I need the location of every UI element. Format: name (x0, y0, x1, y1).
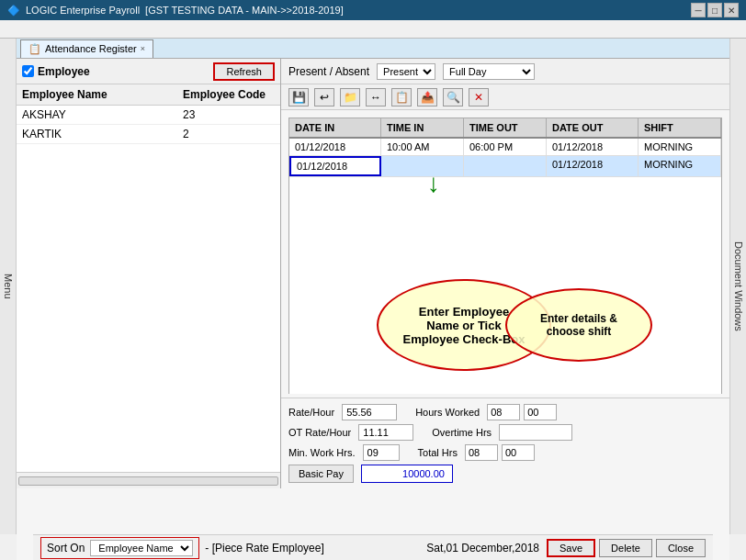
date-label: Sat,01 December,2018 (426, 542, 539, 554)
tab-close-icon[interactable]: × (141, 44, 145, 53)
copy-tool-button[interactable]: 📋 (391, 88, 412, 106)
menu-bar (0, 20, 746, 39)
date-in-1: 01/12/2018 (289, 139, 381, 155)
close-button[interactable]: ✕ (724, 3, 739, 17)
shift-2: MORNING (639, 156, 721, 176)
employee-row-kartik[interactable]: KARTIK 2 (17, 125, 280, 144)
bottom-data-section: Rate/Hour Hours Worked OT Rate/Hour (281, 398, 729, 488)
employee-checkbox-label[interactable]: Employee (22, 65, 90, 78)
present-absent-select[interactable]: Present Absent (377, 63, 435, 80)
time-out-header: TIME OUT (464, 118, 547, 137)
sort-on-label: Sort On (47, 542, 85, 554)
ot-rate-group: OT Rate/Hour (288, 424, 413, 441)
right-menu: Document Windows (729, 39, 746, 534)
basic-pay-label: Basic Pay (288, 465, 354, 483)
attendance-register-tab[interactable]: 📋 Attendance Register × (20, 39, 153, 58)
time-in-header: TIME IN (381, 118, 464, 137)
attendance-grid-container: DATE IN TIME IN TIME OUT DATE OUT SHIFT … (285, 114, 726, 394)
delete-tool-button[interactable]: ✕ (469, 88, 489, 106)
left-menu: Menu (0, 39, 17, 534)
piece-rate-label: - [Piece Rate Employee] (205, 542, 323, 554)
status-right: Sat,01 December,2018 Save Delete Close (426, 539, 706, 557)
overtime-hrs-input[interactable] (499, 424, 572, 441)
save-button[interactable]: Save (547, 539, 595, 557)
shift-1: MORNING (639, 139, 721, 155)
sort-dropdown[interactable]: Employee Name Employee Code (90, 540, 193, 556)
employee-table: Employee Name Employee Code AKSHAY 23 KA… (17, 84, 280, 472)
refresh-button[interactable]: Refresh (213, 62, 275, 81)
time-out-2[interactable] (464, 156, 547, 176)
date-in-2[interactable] (289, 156, 381, 176)
total-hrs-input1[interactable] (465, 444, 498, 461)
attendance-row-1[interactable]: 01/12/2018 10:00 AM 06:00 PM 01/12/2018 … (289, 139, 721, 156)
export-tool-button[interactable]: 📤 (417, 88, 437, 106)
date-out-2: 01/12/2018 (547, 156, 639, 176)
right-top-bar: Present / Absent Present Absent Full Day… (281, 59, 729, 84)
full-day-select[interactable]: Full Day Half Day (443, 63, 535, 80)
restore-button[interactable]: □ (707, 3, 722, 17)
save-tool-button[interactable]: 💾 (288, 88, 309, 106)
close-button[interactable]: Close (656, 539, 706, 557)
time-in-2[interactable] (381, 156, 464, 176)
min-work-hrs-label: Min. Work Hrs. (288, 447, 359, 458)
attendance-table-header: DATE IN TIME IN TIME OUT DATE OUT SHIFT (289, 118, 721, 139)
employee-checkbox[interactable] (22, 65, 34, 77)
toolbar: 💾 ↩ 📁 ↔ 📋 📤 🔍 ✕ (281, 84, 729, 110)
emp-name-kartik: KARTIK (22, 128, 183, 140)
total-hrs-group: Total Hrs (418, 444, 535, 461)
delete-button[interactable]: Delete (599, 539, 652, 557)
min-work-hrs-input[interactable] (363, 444, 400, 461)
basic-pay-section: Basic Pay (288, 465, 722, 483)
emp-code-kartik: 2 (183, 128, 275, 140)
rate-per-hour-label: Rate/Hour (288, 407, 338, 418)
data-row-1: Rate/Hour Hours Worked (288, 404, 722, 420)
hours-worked-group: Hours Worked (415, 404, 557, 420)
time-out-1: 06:00 PM (464, 139, 547, 155)
browse-tool-button[interactable]: 📁 (340, 88, 360, 106)
main-container: 📋 Attendance Register × Employee Refresh (17, 39, 729, 560)
date-out-1: 01/12/2018 (547, 139, 639, 155)
left-panel-header: Employee Refresh (17, 59, 280, 84)
undo-tool-button[interactable]: ↩ (314, 88, 334, 106)
tab-area: 📋 Attendance Register × (17, 39, 729, 59)
minimize-button[interactable]: ─ (691, 3, 706, 17)
transfer-tool-button[interactable]: ↔ (366, 88, 386, 106)
employee-table-header: Employee Name Employee Code (17, 84, 280, 106)
employee-code-header: Employee Code (183, 88, 275, 101)
hours-worked-input2[interactable] (524, 404, 557, 420)
status-bar: Sort On Employee Name Employee Code - [P… (33, 534, 713, 560)
tab-label: Attendance Register (45, 43, 137, 54)
data-row-3: Min. Work Hrs. Total Hrs (288, 444, 722, 461)
content-area: Employee Refresh Employee Name Employee … (17, 59, 729, 488)
date-in-header: DATE IN (289, 118, 381, 137)
left-scrollbar[interactable] (17, 472, 280, 488)
shift-header: SHIFT (639, 118, 721, 137)
total-hrs-input2[interactable] (502, 444, 535, 461)
employee-label: Employee (38, 65, 90, 78)
search-tool-button[interactable]: 🔍 (443, 88, 463, 106)
app-title: LOGIC Enterprise Payroll (26, 5, 140, 16)
date-out-header: DATE OUT (547, 118, 639, 137)
data-info: [GST TESTING DATA - MAIN->>2018-2019] (145, 5, 344, 16)
attendance-row-2[interactable]: 01/12/2018 MORNING (289, 156, 721, 177)
hours-worked-label: Hours Worked (415, 407, 483, 418)
action-buttons: Save Delete Close (547, 539, 706, 557)
employee-row-akshay[interactable]: AKSHAY 23 (17, 106, 280, 125)
overtime-hrs-group: Overtime Hrs (432, 424, 572, 441)
basic-pay-input[interactable] (361, 465, 453, 483)
hours-worked-input1[interactable] (487, 404, 520, 420)
tab-icon: 📋 (28, 43, 41, 55)
time-in-1: 10:00 AM (381, 139, 464, 155)
employee-name-header: Employee Name (22, 88, 183, 101)
data-row-2: OT Rate/Hour Overtime Hrs (288, 424, 722, 441)
sort-section: Sort On Employee Name Employee Code (40, 537, 199, 559)
min-work-hrs-group: Min. Work Hrs. (288, 444, 400, 461)
title-bar: 🔷 LOGIC Enterprise Payroll [GST TESTING … (0, 0, 746, 20)
rate-per-hour-group: Rate/Hour (288, 404, 397, 420)
present-absent-label: Present / Absent (288, 65, 369, 78)
date-in-input[interactable] (297, 161, 374, 172)
emp-name-akshay: AKSHAY (22, 108, 183, 121)
rate-per-hour-input[interactable] (342, 404, 397, 420)
ot-rate-input[interactable] (358, 424, 413, 441)
left-panel: Employee Refresh Employee Name Employee … (17, 59, 281, 488)
